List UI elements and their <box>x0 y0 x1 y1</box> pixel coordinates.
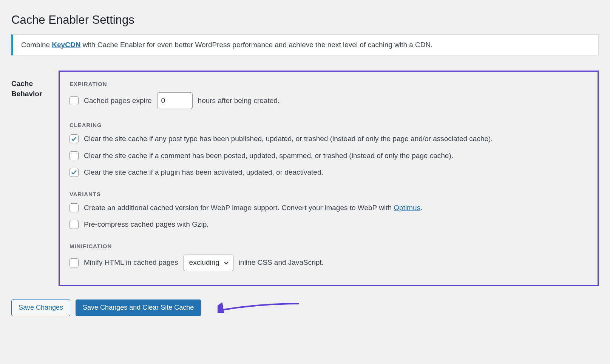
minification-row: Minify HTML in cached pages excluding in… <box>69 255 588 271</box>
button-row: Save Changes Save Changes and Clear Site… <box>11 299 599 316</box>
expiration-hours-input[interactable] <box>157 92 193 109</box>
variants-webp-text-post: . <box>420 204 422 212</box>
expiration-label-post: hours after being created. <box>198 95 280 106</box>
variants-row-gzip: Pre-compress cached pages with Gzip. <box>69 219 588 230</box>
variants-webp-text-pre: Create an additional cached version for … <box>84 204 394 212</box>
minification-select-value: excluding <box>189 257 219 268</box>
clearing-label-plugin: Clear the site cache if a plugin has bee… <box>84 167 323 178</box>
cache-behavior-panel: EXPIRATION Cached pages expire hours aft… <box>59 71 599 286</box>
section-label-cache-behavior: Cache Behavior <box>11 71 51 99</box>
banner-text-post: with Cache Enabler for even better WordP… <box>80 41 432 49</box>
chevron-down-icon <box>223 260 229 266</box>
clearing-row-comment: Clear the site cache if a comment has be… <box>69 151 588 161</box>
clearing-row-plugin: Clear the site cache if a plugin has bee… <box>69 167 588 178</box>
clearing-label-comment: Clear the site cache if a comment has be… <box>84 151 453 161</box>
variants-label-gzip: Pre-compress cached pages with Gzip. <box>84 219 209 230</box>
minification-label-pre: Minify HTML in cached pages <box>84 257 178 268</box>
info-banner: Combine KeyCDN with Cache Enabler for ev… <box>11 34 599 55</box>
clearing-checkbox-comment[interactable] <box>69 151 79 160</box>
clearing-label-post-type: Clear the site cache if any post type ha… <box>84 134 493 144</box>
clearing-checkbox-plugin[interactable] <box>69 168 79 177</box>
minification-label-post: inline CSS and JavaScript. <box>239 257 324 268</box>
variants-label-webp: Create an additional cached version for … <box>84 203 422 213</box>
page-title: Cache Enabler Settings <box>11 13 599 27</box>
optimus-link[interactable]: Optimus <box>394 204 420 212</box>
expiration-label-pre: Cached pages expire <box>84 95 152 106</box>
expiration-row: Cached pages expire hours after being cr… <box>69 92 588 109</box>
banner-text-pre: Combine <box>21 41 52 49</box>
clearing-row-post-type: Clear the site cache if any post type ha… <box>69 134 588 144</box>
variants-row-webp: Create an additional cached version for … <box>69 203 588 213</box>
minification-select[interactable]: excluding <box>184 255 233 271</box>
clearing-checkbox-post-type[interactable] <box>69 134 79 143</box>
save-and-clear-button[interactable]: Save Changes and Clear Site Cache <box>76 299 201 316</box>
group-clearing-title: CLEARING <box>69 122 588 128</box>
variants-checkbox-gzip[interactable] <box>69 220 79 229</box>
group-expiration-title: EXPIRATION <box>69 81 588 87</box>
variants-checkbox-webp[interactable] <box>69 203 79 212</box>
annotation-arrow <box>218 303 301 313</box>
group-minification-title: MINIFICATION <box>69 243 588 249</box>
minification-checkbox[interactable] <box>69 258 79 267</box>
keycdn-link[interactable]: KeyCDN <box>52 41 80 49</box>
group-variants-title: VARIANTS <box>69 191 588 197</box>
expiration-checkbox[interactable] <box>69 96 79 105</box>
save-button[interactable]: Save Changes <box>11 299 70 316</box>
